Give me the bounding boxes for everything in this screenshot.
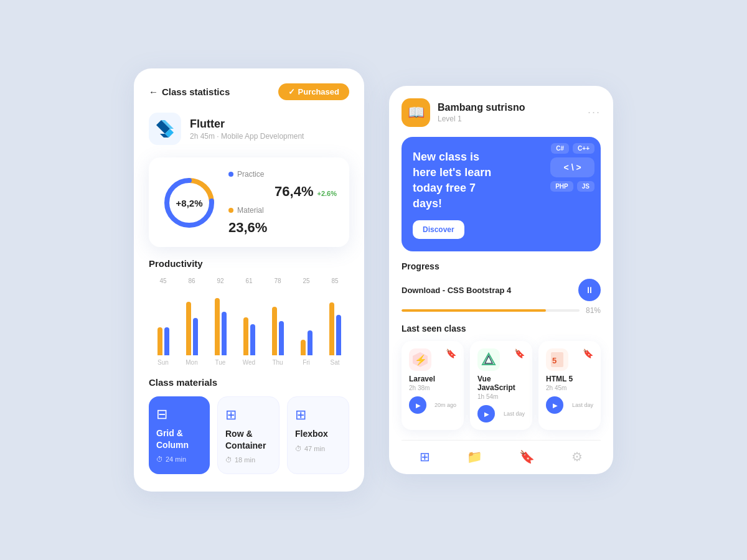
banner-text: New class is here let's learn today free… <box>413 149 506 212</box>
bar-wed <box>235 317 263 355</box>
pause-icon: ⏸ <box>585 285 594 295</box>
course-subtitle: 2h 45m · Mobile App Development <box>190 132 304 141</box>
bar-fri <box>292 330 321 355</box>
class-cards: ⚡ 🔖 Laravel 2h 38m ▶ 20m ago <box>402 341 601 430</box>
code-chip: < \ > <box>550 157 594 177</box>
user-header: 📖 Bambang sutrisno Level 1 ··· <box>402 98 601 127</box>
play-icon-vue: ▶ <box>484 411 489 418</box>
banner-decoration: C# C++ < \ > PHP JS <box>550 143 594 192</box>
svg-text:⚡: ⚡ <box>415 354 427 366</box>
html5-play-button[interactable]: ▶ <box>546 396 563 414</box>
flexbox-name: Flexbox <box>295 428 328 439</box>
progress-row: Download - CSS Bootstrap 4 ⏸ <box>402 279 601 301</box>
class-statistics-title: Class statistics <box>162 86 230 97</box>
laravel-time-ago: 20m ago <box>435 402 456 408</box>
row-name: Row &Container <box>225 428 266 450</box>
back-icon: ← <box>149 86 158 97</box>
right-card: 📖 Bambang sutrisno Level 1 ··· New class… <box>389 86 613 475</box>
row-time: ⏱ 18 min <box>225 456 255 464</box>
bookmark-laravel[interactable]: 🔖 <box>446 348 456 358</box>
clock-icon-row: ⏱ <box>225 456 232 464</box>
class-item-header-html5: 5 🔖 <box>546 348 593 371</box>
card-header: ← Class statistics ✓ Purchased <box>149 83 349 100</box>
class-item-header-laravel: ⚡ 🔖 <box>409 348 456 371</box>
bar-sat <box>321 302 349 355</box>
material-flexbox[interactable]: ⊞ Flexbox ⏱ 47 min <box>287 396 349 474</box>
flutter-logo <box>149 113 181 145</box>
vue-duration: 1h 54m <box>477 393 525 400</box>
material-grid-column[interactable]: ⊟ Grid &Column ⏱ 24 min <box>149 396 210 474</box>
nav-settings-icon[interactable]: ⚙ <box>571 449 583 464</box>
bottom-nav: ⊞ 📁 🔖 ⚙ <box>402 440 601 474</box>
grid-icon: ⊟ <box>156 406 167 422</box>
user-info: Bambang sutrisno Level 1 <box>438 102 525 123</box>
flexbox-icon: ⊞ <box>295 407 306 423</box>
course-title: Flutter <box>190 118 304 131</box>
materials-grid: ⊟ Grid &Column ⏱ 24 min ⊞ Row &Container… <box>149 396 349 474</box>
course-details: Flutter 2h 45m · Mobile App Development <box>190 118 304 141</box>
progress-percent: 81% <box>586 306 601 315</box>
bar-sun <box>149 327 177 355</box>
purchased-badge[interactable]: ✓ Purchased <box>278 83 349 100</box>
tag-php: PHP <box>550 181 573 192</box>
material-value: 23,6% <box>228 220 267 235</box>
class-item-vue[interactable]: 🔖 Vue JavaScript 1h 54m ▶ Last day <box>470 341 532 430</box>
vue-footer: ▶ Last day <box>477 405 525 422</box>
donut-label: +8,2% <box>176 198 203 208</box>
pause-button[interactable]: ⏸ <box>578 279 601 301</box>
promo-banner: New class is here let's learn today free… <box>402 137 601 252</box>
last-seen-section: Last seen class ⚡ 🔖 Laravel 2h 38m ▶ 20m… <box>402 324 601 430</box>
course-info: Flutter 2h 45m · Mobile App Development <box>149 113 349 145</box>
bookmark-vue[interactable]: 🔖 <box>514 348 525 358</box>
vue-logo <box>477 348 500 371</box>
clock-icon-flexbox: ⏱ <box>295 445 302 452</box>
html5-duration: 2h 45m <box>546 385 593 391</box>
stats-details: Practice 76,4% +2.6% Material 23,6% <box>228 170 337 236</box>
flexbox-time: ⏱ 47 min <box>295 445 325 452</box>
material-label: Material <box>237 206 264 215</box>
bar-values: 45 86 92 61 78 25 85 <box>149 278 349 284</box>
vue-play-button[interactable]: ▶ <box>477 405 495 422</box>
practice-label: Practice <box>237 170 264 179</box>
practice-dot <box>228 172 233 177</box>
donut-chart: +8,2% <box>161 175 217 231</box>
bar-chart <box>149 287 349 355</box>
class-item-laravel[interactable]: ⚡ 🔖 Laravel 2h 38m ▶ 20m ago <box>402 341 464 430</box>
progress-title: Progress <box>402 261 601 271</box>
grid-time: ⏱ 24 min <box>156 455 186 463</box>
user-name: Bambang sutrisno <box>438 102 525 113</box>
purchased-label: Purchased <box>298 87 339 96</box>
nav-apps-icon[interactable]: ⊞ <box>420 449 430 464</box>
grid-name: Grid &Column <box>156 427 189 450</box>
progress-course-name: Download - CSS Bootstrap 4 <box>402 286 571 295</box>
stats-card: +8,2% Practice 76,4% +2.6% Material 23,6… <box>149 157 349 247</box>
bookmark-html5[interactable]: 🔖 <box>583 348 593 358</box>
nav-bookmark-icon[interactable]: 🔖 <box>519 449 535 464</box>
dots-menu-button[interactable]: ··· <box>588 106 601 119</box>
bar-mon <box>177 302 206 355</box>
tag-js: JS <box>577 181 594 192</box>
productivity-title: Productivity <box>149 258 349 269</box>
left-card: ← Class statistics ✓ Purchased Flutter 2… <box>134 68 364 491</box>
laravel-play-button[interactable]: ▶ <box>409 396 426 414</box>
bar-days: Sun Mon Tue Wed Thu Fri Sat <box>149 359 349 366</box>
clock-icon-grid: ⏱ <box>156 455 163 463</box>
nav-folder-icon[interactable]: 📁 <box>467 449 482 464</box>
laravel-duration: 2h 38m <box>409 385 456 391</box>
play-icon-html5: ▶ <box>553 402 558 409</box>
class-item-html5[interactable]: 5 🔖 HTML 5 2h 45m ▶ Last day <box>538 341 601 430</box>
practice-change: +2.6% <box>317 190 337 197</box>
tag-c-sharp: C# <box>551 143 569 154</box>
back-button[interactable]: ← Class statistics <box>149 86 230 97</box>
vue-name: Vue JavaScript <box>477 375 525 392</box>
purchased-check: ✓ <box>288 87 295 96</box>
class-item-header-vue: 🔖 <box>477 348 525 371</box>
discover-button[interactable]: Discover <box>413 220 464 239</box>
avatar-icon: 📖 <box>408 105 425 121</box>
class-materials-title: Class materials <box>149 377 349 388</box>
html5-footer: ▶ Last day <box>546 396 593 414</box>
bar-tue <box>206 298 235 355</box>
practice-value: 76,4% <box>275 184 313 200</box>
laravel-name: Laravel <box>409 375 456 383</box>
material-row-container[interactable]: ⊞ Row &Container ⏱ 18 min <box>217 396 280 474</box>
